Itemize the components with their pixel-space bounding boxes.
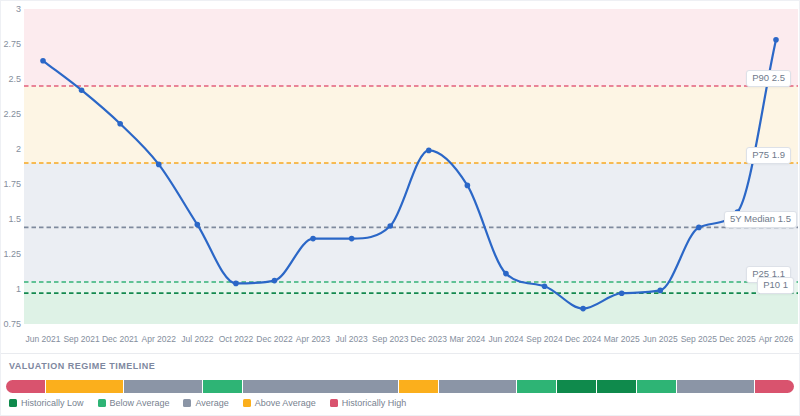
y-axis-tick: 2.5 <box>8 74 21 84</box>
regime-segment-historically_high[interactable] <box>6 380 45 393</box>
x-axis-tick: Sep 2021 <box>63 334 100 344</box>
valuation-card: 32.752.52.2521.751.51.2510.75Jun 2021Sep… <box>0 0 800 416</box>
data-point[interactable] <box>773 37 779 43</box>
legend-swatch-icon <box>9 399 17 407</box>
legend-label: Below Average <box>110 398 170 408</box>
data-point[interactable] <box>696 225 702 231</box>
regime-segment-below_average[interactable] <box>637 380 676 393</box>
legend-item-average[interactable]: Average <box>183 398 228 408</box>
legend-item-above_average[interactable]: Above Average <box>243 398 316 408</box>
section-divider <box>1 353 799 354</box>
x-axis-tick: Mar 2024 <box>449 334 485 344</box>
percentile-band <box>24 293 798 324</box>
legend-label: Historically Low <box>21 398 84 408</box>
y-axis-tick: 1.75 <box>3 179 21 189</box>
data-point[interactable] <box>426 148 432 154</box>
legend-label: Above Average <box>255 398 316 408</box>
regime-segment-below_average[interactable] <box>203 380 242 393</box>
valuation-chart: 32.752.52.2521.751.51.2510.75Jun 2021Sep… <box>1 1 800 351</box>
legend-label: Historically High <box>342 398 407 408</box>
x-axis-tick: Dec 2022 <box>256 334 293 344</box>
y-axis-tick: 1 <box>16 284 21 294</box>
legend-item-historically_low[interactable]: Historically Low <box>9 398 84 408</box>
data-point[interactable] <box>735 209 741 215</box>
data-point[interactable] <box>465 183 471 189</box>
y-axis-tick: 2.25 <box>3 109 21 119</box>
data-point[interactable] <box>79 87 85 93</box>
legend-swatch-icon <box>330 399 338 407</box>
regime-segment-below_average[interactable] <box>517 380 556 393</box>
timeline-title: VALUATION REGIME TIMELINE <box>9 361 155 371</box>
x-axis-tick: Jun 2025 <box>643 334 678 344</box>
regime-segment-average[interactable] <box>439 380 517 393</box>
x-axis-tick: Jul 2023 <box>336 334 368 344</box>
regime-segment-above_average[interactable] <box>46 380 124 393</box>
legend-swatch-icon <box>243 399 251 407</box>
x-axis-tick: Dec 2024 <box>565 334 602 344</box>
x-axis-tick: Sep 2023 <box>372 334 409 344</box>
legend-item-historically_high[interactable]: Historically High <box>330 398 407 408</box>
percentile-band <box>24 9 798 86</box>
data-point[interactable] <box>542 283 548 289</box>
y-axis-tick: 0.75 <box>3 319 21 329</box>
y-axis-tick: 2 <box>16 144 21 154</box>
data-point[interactable] <box>310 236 316 242</box>
x-axis-tick: Apr 2026 <box>759 334 794 344</box>
y-axis-tick: 3 <box>16 4 21 14</box>
legend-item-below_average[interactable]: Below Average <box>98 398 170 408</box>
data-point[interactable] <box>349 236 355 242</box>
data-point[interactable] <box>619 290 625 296</box>
percentile-band <box>24 282 798 293</box>
data-point[interactable] <box>117 121 123 127</box>
x-axis-tick: Dec 2023 <box>411 334 448 344</box>
data-point[interactable] <box>503 271 509 277</box>
data-point[interactable] <box>580 306 586 312</box>
x-axis-tick: Apr 2023 <box>296 334 331 344</box>
percentile-band <box>24 86 798 163</box>
regime-segment-above_average[interactable] <box>399 380 438 393</box>
x-axis-tick: Dec 2021 <box>102 334 139 344</box>
y-axis-tick: 1.25 <box>3 249 21 259</box>
regime-timeline-bar <box>6 380 794 393</box>
x-axis-tick: Oct 2022 <box>219 334 254 344</box>
regime-segment-historically_low[interactable] <box>597 380 636 393</box>
x-axis-tick: Apr 2022 <box>141 334 176 344</box>
data-point[interactable] <box>195 222 201 228</box>
x-axis-tick: Sep 2024 <box>526 334 563 344</box>
x-axis-tick: Jun 2021 <box>26 334 61 344</box>
x-axis-tick: Jun 2024 <box>488 334 523 344</box>
regime-segment-historically_low[interactable] <box>557 380 596 393</box>
y-axis-tick: 1.5 <box>8 214 21 224</box>
x-axis-tick: Jul 2022 <box>181 334 213 344</box>
regime-segment-average[interactable] <box>677 380 755 393</box>
regime-segment-average[interactable] <box>124 380 202 393</box>
legend-label: Average <box>195 398 228 408</box>
x-axis-tick: Mar 2025 <box>604 334 640 344</box>
data-point[interactable] <box>40 58 46 64</box>
regime-segment-average[interactable] <box>243 380 398 393</box>
data-point[interactable] <box>156 162 162 168</box>
data-point[interactable] <box>272 278 278 284</box>
data-point[interactable] <box>233 281 239 287</box>
legend-swatch-icon <box>183 399 191 407</box>
legend-swatch-icon <box>98 399 106 407</box>
x-axis-tick: Dec 2025 <box>719 334 756 344</box>
chart-canvas: 32.752.52.2521.751.51.2510.75Jun 2021Sep… <box>1 1 800 351</box>
data-point[interactable] <box>657 288 663 294</box>
regime-legend: Historically LowBelow AverageAverageAbov… <box>9 398 406 408</box>
regime-segment-historically_high[interactable] <box>755 380 794 393</box>
x-axis-tick: Sep 2025 <box>681 334 718 344</box>
data-point[interactable] <box>387 223 393 229</box>
y-axis-tick: 2.75 <box>3 39 21 49</box>
